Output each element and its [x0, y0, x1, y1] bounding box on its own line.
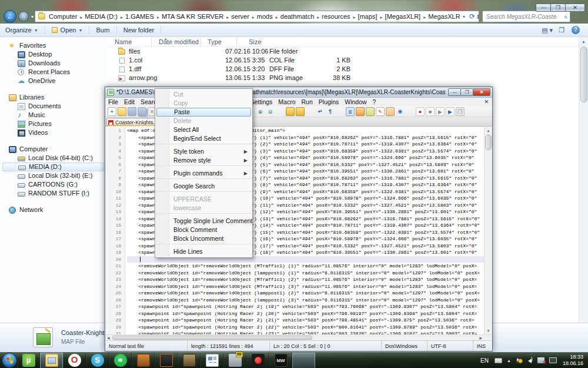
breadcrumb-item[interactable]: resources [320, 13, 356, 20]
maximize-button[interactable]: ❐ [550, 4, 566, 12]
close-button[interactable]: ✕ [565, 4, 585, 12]
sidebar-item[interactable]: MEDIA (D:) [2, 163, 104, 171]
menu-item[interactable]: ? [370, 98, 379, 105]
display-icon[interactable] [549, 357, 557, 363]
context-menu-item[interactable]: Begin/End Select [155, 134, 252, 144]
context-menu-item[interactable]: Delete [155, 117, 252, 125]
toolbar-icon[interactable] [406, 107, 415, 116]
taskbar-button[interactable] [132, 353, 155, 368]
sidebar-item[interactable]: Recent Places [0, 68, 106, 77]
sidebar-item[interactable]: Music [0, 111, 106, 120]
editor-vscrollbar[interactable]: ▲ ▼ [484, 127, 492, 334]
file-row[interactable]: files 07.02.16 10:06 File folder [108, 47, 579, 56]
command-bar-item[interactable]: Open ▼ [46, 25, 88, 35]
context-menu-item[interactable]: UPPERCASE [155, 195, 252, 204]
breadcrumb-item[interactable]: Computer [48, 13, 83, 20]
minimize-button[interactable]: — [448, 88, 461, 96]
file-list-scrollbar[interactable]: ▲ [579, 37, 588, 323]
breadcrumb-item[interactable]: deathmatch [279, 13, 321, 20]
toolbar-icon[interactable] [276, 107, 285, 116]
column-header[interactable]: Date modified [152, 37, 201, 47]
recent-pages-dropdown-icon[interactable]: ▾ [31, 14, 34, 19]
sidebar-item[interactable]: Local Disk (32-bit) (E:) [0, 171, 106, 180]
breadcrumb-item[interactable]: MTA SA KR SERVER [161, 13, 230, 20]
toolbar-icon[interactable]: ■ [426, 107, 435, 116]
keyboard-icon[interactable] [495, 358, 502, 363]
sidebar-item[interactable]: Libraries [0, 93, 106, 102]
menu-item[interactable]: Window [342, 98, 369, 105]
code-line[interactable]: <removeWorldObject id="removeWorldObject… [127, 263, 484, 270]
taskbar-button[interactable] [155, 353, 178, 368]
code-line[interactable]: <spawnpoint id="spawnpoint (Hotring Race… [127, 317, 484, 324]
sidebar-item[interactable] [0, 198, 106, 205]
scroll-down-icon[interactable]: ▼ [485, 327, 492, 334]
scroll-up-icon[interactable]: ▲ [579, 37, 588, 46]
sidebar-item[interactable]: Favorites [0, 41, 106, 50]
toolbar-icon[interactable] [356, 107, 365, 116]
sidebar-item[interactable]: Documents [0, 102, 106, 111]
taskbar-button[interactable]: ≋ [109, 353, 132, 368]
context-menu-item[interactable]: Paste [156, 108, 251, 117]
code-line[interactable]: <removeWorldObject id="removeWorldObject… [127, 283, 484, 290]
context-menu-item[interactable]: Block Uncomment [155, 234, 252, 244]
context-menu-item[interactable]: Remove style ▶ [155, 156, 252, 166]
code-line[interactable]: <spawnpoint id="spawnpoint (Hotring Race… [127, 324, 484, 331]
file-row[interactable]: 1.dff 12.06.15 3:20 DFF File 2 KB [108, 65, 579, 74]
sidebar-item[interactable]: Downloads [0, 59, 106, 68]
taskbar-button[interactable] [223, 353, 246, 368]
toolbar-icon[interactable] [286, 107, 295, 116]
close-button[interactable]: ✕ [473, 88, 490, 96]
breadcrumb-item[interactable]: mods [256, 13, 279, 20]
menu-item[interactable]: Edit [121, 98, 138, 105]
sidebar-item[interactable] [0, 85, 106, 93]
column-header[interactable]: Name [108, 37, 152, 47]
toolbar-icon[interactable]: ● [416, 107, 425, 116]
help-icon[interactable]: ? [572, 26, 580, 34]
command-bar-item[interactable]: Burn [91, 25, 115, 35]
menu-item[interactable]: Run [299, 98, 316, 105]
sidebar-item[interactable]: Local Disk (64-bit) (C:) [0, 154, 106, 163]
minimize-button[interactable]: — [536, 4, 551, 12]
context-menu-item[interactable]: Cut [155, 90, 252, 99]
scrollbar-thumb[interactable] [112, 336, 312, 340]
sidebar-item[interactable]: OneDrive [0, 77, 106, 85]
address-dropdown-icon[interactable]: ▾ [460, 14, 467, 19]
code-line[interactable]: <removeWorldObject id="removeWorldObject… [127, 297, 484, 304]
file-row[interactable]: arrow.png 13.06.15 1:33 PNG image 38 KB [108, 74, 579, 82]
file-row[interactable]: 1.col 12.06.15 3:35 COL File 1 KB [108, 56, 579, 65]
taskbar-button[interactable] [40, 353, 63, 368]
context-menu-item[interactable]: Toggle Single Line Comment [155, 217, 252, 226]
column-header[interactable]: Size [237, 37, 262, 47]
taskbar-button[interactable]: S [86, 353, 109, 368]
breadcrumb-item[interactable]: MEDIA (D:) [83, 13, 124, 20]
context-menu-item[interactable]: lowercase [155, 204, 252, 214]
toolbar-icon[interactable]: ⊕ [256, 107, 265, 116]
context-menu-item[interactable]: Select All [155, 125, 252, 134]
toolbar-icon[interactable]: ⊖ [266, 107, 275, 116]
sidebar-item[interactable]: Computer [0, 145, 106, 154]
toolbar-icon[interactable] [128, 107, 136, 116]
sidebar-item[interactable]: CARTOONS (G:) [0, 180, 106, 189]
toolbar-icon[interactable] [366, 107, 375, 116]
menu-item[interactable]: File [105, 98, 121, 105]
volume-icon[interactable] [526, 357, 533, 364]
sidebar-item[interactable]: Desktop [0, 50, 106, 59]
taskbar-button[interactable] [292, 353, 315, 368]
action-center-flag-icon[interactable] [516, 357, 521, 363]
clock[interactable]: 18:33 18.06.16 [559, 354, 588, 367]
sidebar-item[interactable]: Videos [0, 128, 106, 137]
preview-pane-button[interactable]: ❒ [559, 26, 564, 34]
sidebar-item[interactable]: Network [0, 205, 106, 214]
command-bar-item[interactable]: Organize ▼ [0, 25, 44, 35]
scroll-right-icon[interactable]: ▶ [477, 335, 484, 341]
breadcrumb-item[interactable]: [MegasXLR] [384, 13, 427, 20]
toolbar-icon[interactable] [118, 107, 126, 116]
restore-button[interactable]: ❐ [460, 88, 473, 96]
toolbar-icon[interactable]: ❐ [456, 107, 465, 116]
menu-item[interactable]: Macro [275, 98, 298, 105]
search-box[interactable]: Search MegasXLR-CoasterKnights ⌕ [482, 11, 570, 22]
breadcrumb-item[interactable]: 1.GAMES [124, 13, 161, 20]
breadcrumb-item[interactable]: server [230, 13, 256, 20]
toolbar-icon[interactable] [138, 107, 146, 116]
start-button[interactable] [2, 353, 17, 368]
